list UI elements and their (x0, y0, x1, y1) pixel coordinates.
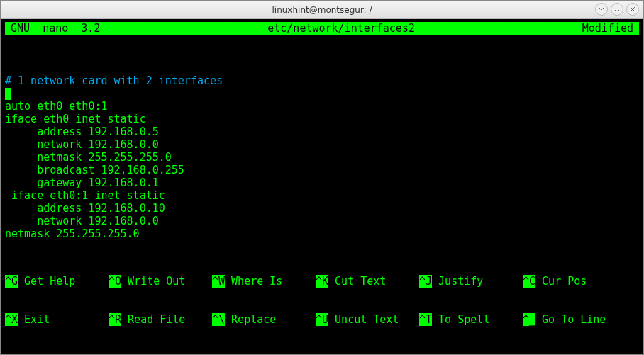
window-controls (595, 3, 639, 16)
shortcut-row-2: ^X Exit ^R Read File ^\ Replace ^U Uncut… (5, 313, 639, 326)
minimize-button[interactable] (595, 3, 608, 16)
shortcut-cur-pos: ^C Cur Pos (523, 275, 626, 288)
maximize-button[interactable] (611, 3, 623, 16)
code-line: network 192.168.0.0 (5, 138, 159, 151)
shortcut-go-to-line: ^_ Go To Line (523, 313, 626, 326)
shortcut-uncut-text: ^U Uncut Text (316, 313, 419, 326)
nano-version: GNU nano 3.2 (5, 22, 100, 35)
code-line: netmask 255.255.255.0 (5, 227, 140, 240)
code-line: gateway 192.168.0.1 (5, 176, 159, 189)
comment-line: # 1 network card with 2 interfaces (5, 74, 223, 87)
nano-status: Modified (582, 22, 639, 35)
window-title: linuxhint@montsegur: / (272, 5, 372, 15)
editor-area[interactable]: # 1 network card with 2 interfaces auto … (5, 35, 639, 249)
titlebar: linuxhint@montsegur: / (1, 1, 643, 19)
nano-header: GNU nano 3.2 etc/network/interfaces2 Mod… (5, 22, 639, 35)
shortcut-justify: ^J Justify (419, 275, 523, 288)
code-line: iface eth0:1 inet static (5, 189, 165, 202)
shortcut-replace: ^\ Replace (212, 313, 316, 326)
shortcut-exit: ^X Exit (5, 313, 109, 326)
shortcut-where-is: ^W Where Is (212, 275, 316, 288)
shortcut-cut-text: ^K Cut Text (316, 275, 419, 288)
close-icon (630, 6, 635, 12)
maximize-icon (614, 6, 620, 12)
close-button[interactable] (626, 3, 639, 16)
shortcut-to-spell: ^T To Spell (419, 313, 523, 326)
shortcut-get-help: ^G Get Help (5, 275, 109, 288)
terminal-window: linuxhint@montsegur: / GNU nano 3.2 etc/… (0, 0, 644, 355)
code-line: auto eth0 eth0:1 (5, 100, 108, 113)
shortcut-write-out: ^O Write Out (109, 275, 212, 288)
code-line: broadcast 192.168.0.255 (5, 164, 184, 176)
nano-filepath: etc/network/interfaces2 (100, 22, 582, 35)
cursor (5, 88, 11, 100)
code-line: address 192.168.0.5 (5, 125, 159, 138)
shortcut-row-1: ^G Get Help ^O Write Out ^W Where Is ^K … (5, 275, 639, 288)
terminal-body[interactable]: GNU nano 3.2 etc/network/interfaces2 Mod… (1, 19, 643, 354)
code-line: address 192.168.0.10 (5, 202, 165, 215)
code-line: netmask 255.255.255.0 (5, 151, 172, 164)
minimize-icon (599, 6, 604, 12)
shortcut-read-file: ^R Read File (109, 313, 212, 326)
nano-footer: ^G Get Help ^O Write Out ^W Where Is ^K … (5, 249, 639, 351)
code-line: network 192.168.0.0 (5, 215, 159, 227)
code-line: iface eth0 inet static (5, 113, 146, 125)
